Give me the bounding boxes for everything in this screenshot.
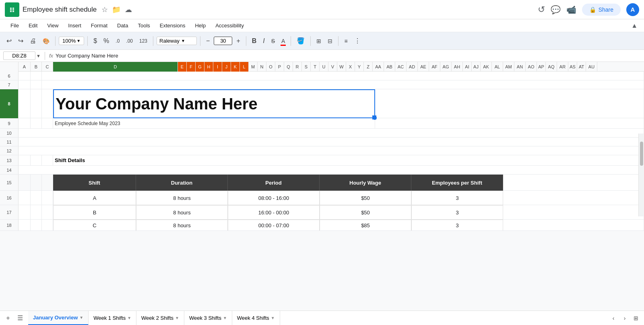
td-wage-a[interactable]: $50 [320, 191, 411, 205]
td-employees-a[interactable]: 3 [411, 191, 503, 205]
th-shift[interactable]: Shift [53, 175, 136, 191]
col-header-a[interactable]: A [19, 62, 31, 72]
menu-extensions[interactable]: Extensions [156, 21, 190, 30]
tab-week1-shifts[interactable]: Week 1 Shifts ▼ [89, 311, 136, 325]
col-header-aj[interactable]: AJ [472, 62, 481, 72]
percent-button[interactable]: % [101, 35, 111, 47]
col-header-ak[interactable]: AK [481, 62, 492, 72]
td-employees-b[interactable]: 3 [411, 205, 503, 220]
cell-ref-container[interactable]: D8:Z8 ▼ [3, 51, 41, 60]
col-header-aq[interactable]: AQ [546, 62, 557, 72]
print-button[interactable]: 🖨 [27, 35, 39, 47]
col-header-w[interactable]: W [337, 62, 346, 72]
cell-a6[interactable] [19, 72, 31, 80]
col-header-x[interactable]: X [346, 62, 355, 72]
cell-a7[interactable] [19, 80, 31, 89]
cell-b18[interactable] [31, 220, 42, 230]
align-button[interactable]: ≡ [342, 35, 350, 47]
comment-icon[interactable]: 💬 [551, 5, 561, 14]
italic-button[interactable]: I [260, 35, 267, 47]
formula-input[interactable] [56, 53, 641, 59]
col-header-ai[interactable]: AI [463, 62, 472, 72]
td-shift-b[interactable]: B [53, 205, 136, 220]
folder-icon[interactable]: 📁 [112, 5, 121, 14]
tab-scroll-right-button[interactable]: › [620, 313, 630, 323]
sheet-list-button[interactable]: ☰ [15, 313, 25, 323]
cell-b16[interactable] [31, 191, 42, 205]
zoom-selector[interactable]: 100% ▼ [59, 37, 84, 45]
col-header-ae[interactable]: AE [418, 62, 429, 72]
td-period-b[interactable]: 16:00 - 00:00 [228, 205, 320, 220]
font-decrease-button[interactable]: − [204, 35, 212, 47]
cell-b6[interactable] [31, 72, 42, 80]
col-header-f[interactable]: F [187, 62, 196, 72]
cell-b9[interactable] [31, 118, 42, 128]
menu-edit[interactable]: Edit [25, 21, 41, 30]
currency-button[interactable]: $ [91, 35, 99, 47]
cell-content-10[interactable] [19, 129, 644, 138]
cell-c8[interactable] [42, 89, 53, 118]
col-header-am[interactable]: AM [503, 62, 514, 72]
cell-b7[interactable] [31, 80, 42, 89]
tab-arrow-week3[interactable]: ▼ [223, 316, 227, 320]
cell-content-11[interactable] [19, 138, 644, 146]
col-header-ar[interactable]: AR [557, 62, 568, 72]
cell-b13[interactable] [31, 155, 42, 165]
th-employees-per-shift[interactable]: Employees per Shift [411, 175, 503, 191]
col-header-t[interactable]: T [311, 62, 320, 72]
cell-a8[interactable] [19, 89, 31, 118]
cell-b17[interactable] [31, 205, 42, 219]
cell-a15[interactable] [19, 175, 31, 190]
decimal-more-button[interactable]: .00 [124, 35, 135, 47]
th-hourly-wage[interactable]: Hourly Wage [320, 175, 411, 191]
cell-a16[interactable] [19, 191, 31, 205]
resize-handle[interactable] [372, 115, 376, 119]
cell-a18[interactable] [19, 220, 31, 230]
cell-d8-company-name[interactable]: Your Company Name Here [53, 89, 375, 118]
menu-view[interactable]: View [43, 21, 62, 30]
td-duration-a[interactable]: 8 hours [136, 191, 228, 205]
tab-arrow-week4[interactable]: ▼ [271, 316, 275, 320]
undo-button[interactable]: ↩ [4, 35, 14, 47]
font-increase-button[interactable]: + [234, 35, 242, 47]
cell-c13[interactable] [42, 155, 53, 165]
cell-rest-17[interactable] [503, 205, 644, 219]
cell-d9-subtitle[interactable]: Employee Schedule May 2023 [53, 118, 375, 128]
td-duration-b[interactable]: 8 hours [136, 205, 228, 220]
th-period[interactable]: Period [228, 175, 320, 191]
more-options-button[interactable]: ⋮ [352, 35, 363, 47]
cell-rest-15[interactable] [503, 175, 644, 190]
col-header-ad[interactable]: AD [407, 62, 418, 72]
star-icon[interactable]: ☆ [101, 5, 108, 14]
col-header-ag[interactable]: AG [440, 62, 452, 72]
col-header-n[interactable]: N [258, 62, 266, 72]
tab-week4-shifts[interactable]: Week 4 Shifts ▼ [232, 311, 280, 325]
tab-week2-shifts[interactable]: Week 2 Shifts ▼ [136, 311, 184, 325]
col-header-as[interactable]: AS [568, 62, 577, 72]
avatar[interactable]: A [626, 3, 639, 16]
col-header-ap[interactable]: AP [537, 62, 546, 72]
col-header-af[interactable]: AF [429, 62, 440, 72]
new-sheet-icon-button[interactable]: ⊞ [631, 313, 641, 323]
td-shift-a[interactable]: A [53, 191, 136, 205]
cell-rest-18[interactable] [503, 220, 644, 230]
font-size-input[interactable]: 30 [214, 37, 232, 45]
cell-b8[interactable] [31, 89, 42, 118]
cell-c16[interactable] [42, 191, 53, 205]
td-shift-c[interactable]: C [53, 220, 136, 231]
decimal-less-button[interactable]: .0 [113, 35, 122, 47]
text-color-button[interactable]: A [279, 35, 287, 47]
menu-accessibility[interactable]: Accessibility [211, 21, 248, 30]
history-icon[interactable]: ↺ [538, 4, 545, 15]
col-header-at[interactable]: AT [577, 62, 586, 72]
cell-rest-9[interactable] [375, 118, 644, 128]
font-selector[interactable]: Raleway ▼ [157, 37, 197, 45]
col-header-r[interactable]: R [293, 62, 302, 72]
share-button[interactable]: 🔒 Share [582, 4, 621, 16]
redo-button[interactable]: ↪ [16, 35, 26, 47]
tab-arrow-week1[interactable]: ▼ [127, 316, 131, 320]
col-header-ab[interactable]: AB [384, 62, 395, 72]
col-header-h[interactable]: H [204, 62, 213, 72]
paint-format-button[interactable]: 🎨 [40, 35, 52, 47]
add-sheet-button[interactable]: + [3, 313, 13, 323]
